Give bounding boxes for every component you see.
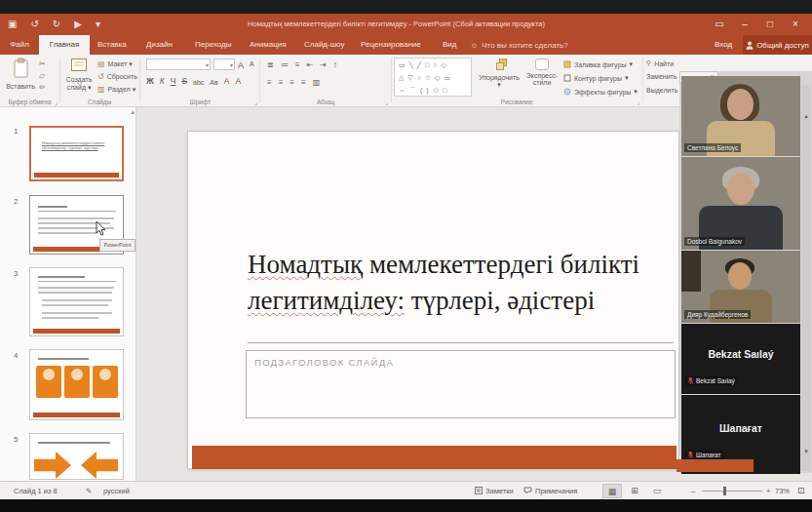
undo-icon[interactable]: ↺ [30, 14, 38, 35]
start-slideshow-icon[interactable]: ▶ [74, 14, 82, 35]
tab-file[interactable]: Файл [0, 35, 39, 55]
window-title: Номадтық мемлекеттердегі билікті легитим… [117, 14, 676, 35]
change-case-button[interactable]: Ав [210, 79, 217, 86]
quick-styles-button[interactable]: Экспресс- стили [524, 59, 560, 86]
cut-icon[interactable]: ✂ [39, 59, 46, 69]
shapes-gallery[interactable]: ▭ ╲ ╱ □ ○ ◇ △ ▽ ○ ☆ ◇ ▭ ～ ⌒ ( ) ☆ □ [394, 58, 472, 97]
slide-canvas[interactable]: Номадтық мемлекеттердегі билікті легитим… [187, 131, 679, 469]
zoom-in-button[interactable]: + [766, 482, 770, 500]
numbering-button[interactable]: ≔ [281, 60, 289, 69]
copy-icon[interactable]: ▱ [39, 71, 45, 81]
tab-design[interactable]: Дизайн [138, 35, 180, 55]
char-spacing-button[interactable]: abc [193, 79, 204, 86]
shape-outline-button[interactable]: Контур фигуры ▾ [563, 74, 628, 82]
reset-button[interactable]: ↺ Сбросить [97, 72, 137, 81]
qat-customize-icon[interactable]: ▾ [96, 14, 100, 35]
participant-video-tile-1[interactable]: Светлана Белоус [681, 76, 800, 156]
new-slide-icon [71, 59, 87, 71]
decrease-indent-button[interactable]: ⇤ [306, 60, 313, 69]
participant-video-tile-3[interactable]: Дияр Кудайбергенов [681, 251, 800, 323]
layout-button[interactable]: ▤ Макет ▾ [97, 59, 133, 68]
font-size-select[interactable]: ▾ [213, 59, 235, 70]
select-button[interactable]: Выделить [646, 87, 677, 94]
tab-animations[interactable]: Анимация [242, 35, 294, 55]
slide-thumbnail-3[interactable] [29, 267, 124, 336]
font-color-button[interactable]: А [224, 76, 230, 86]
zoom-out-button[interactable]: – [691, 482, 695, 500]
slide-thumbnail-4[interactable] [29, 349, 124, 420]
close-button[interactable]: × [783, 14, 808, 35]
fit-to-window-button[interactable]: ⊡ [797, 482, 805, 500]
shrink-font-button[interactable]: А [250, 60, 254, 70]
columns-button[interactable]: ▥ [313, 78, 321, 87]
thumb-scroll-up-icon[interactable]: ▴ [131, 108, 135, 116]
tab-review[interactable]: Рецензирование [353, 35, 429, 55]
justify-button[interactable]: ≡ [301, 78, 306, 87]
save-icon[interactable]: ▣ [8, 14, 17, 35]
slide-sorter-view-button[interactable]: ⊞ [625, 484, 644, 498]
minimize-button[interactable]: – [732, 14, 757, 35]
paste-button[interactable]: Вставить [6, 58, 35, 90]
italic-button[interactable]: К [160, 76, 165, 86]
paste-label: Вставить [6, 83, 35, 90]
subtitle-placeholder[interactable]: ПОДЗАГОЛОВОК СЛАЙДА [246, 350, 676, 418]
section-button[interactable]: ▥ Раздел ▾ [97, 85, 135, 94]
highlight-button[interactable]: А [235, 76, 241, 86]
bold-button[interactable]: Ж [146, 76, 154, 86]
title-word-flagged: Номадтық [248, 250, 363, 279]
shape-fill-button[interactable]: Заливка фигуры ▾ [563, 60, 633, 68]
restore-button[interactable]: □ [757, 14, 783, 35]
zoom-slider[interactable] [702, 491, 762, 492]
dialog-launcher-icon[interactable]: ⌟ [55, 98, 58, 105]
arrange-button[interactable]: Упорядочить ▾ [476, 59, 522, 89]
line-spacing-button[interactable]: ↕ [333, 60, 337, 69]
video-call-panel: ⋯ × Светлана Белоус Dosbol Baigunakov [679, 71, 812, 473]
tab-home[interactable]: Главная [39, 35, 90, 55]
sign-in-button[interactable]: Вход [715, 35, 732, 55]
participant-tile-4[interactable]: Bekzat Saılaý Bekzat Saılaý [681, 324, 800, 394]
shape-effects-button[interactable]: Эффекты фигуры ▾ [563, 88, 638, 96]
scroll-down-icon[interactable]: ▾ [801, 448, 811, 455]
notes-button[interactable]: Заметки [485, 482, 514, 500]
zoom-level[interactable]: 73% [775, 482, 790, 500]
participant-video-tile-2[interactable]: Dosbol Baigunakov [681, 157, 800, 250]
zoom-slider-thumb[interactable] [723, 487, 726, 495]
spellcheck-icon[interactable]: ✎ [86, 482, 92, 500]
ribbon-display-options-icon[interactable]: ▭ [707, 14, 732, 35]
normal-view-button[interactable]: ▦ [602, 484, 622, 498]
find-button[interactable]: ⚲ Найти [646, 59, 674, 67]
dialog-launcher-icon[interactable]: ⌟ [254, 98, 257, 105]
group-drawing: ▭ ╲ ╱ □ ○ ◇ △ ▽ ○ ☆ ◇ ▭ ～ ⌒ ( ) ☆ □ Упор… [392, 55, 641, 107]
align-left-button[interactable]: ≡ [267, 78, 272, 87]
multilevel-list-button[interactable]: ≡ [295, 60, 300, 69]
tab-view[interactable]: Вид [435, 35, 464, 55]
new-slide-button[interactable]: Создать слайд ▾ [64, 58, 94, 92]
tellme-search[interactable]: ☼ Что вы хотите сделать? [470, 35, 568, 55]
group-separator [139, 58, 140, 102]
increase-indent-button[interactable]: ⇥ [320, 60, 327, 69]
scroll-up-icon[interactable]: ▴ [801, 112, 811, 120]
grow-font-button[interactable]: А [238, 60, 244, 70]
format-painter-icon[interactable]: ✏ [39, 83, 46, 93]
redo-icon[interactable]: ↻ [53, 14, 60, 35]
dialog-launcher-icon[interactable]: ⌟ [385, 98, 388, 105]
tab-insert[interactable]: Вставка [90, 35, 135, 55]
dialog-launcher-icon[interactable]: ⌟ [637, 98, 639, 105]
share-button[interactable]: Общий доступ [743, 35, 812, 55]
tab-transitions[interactable]: Переходы [187, 35, 240, 55]
reading-view-button[interactable]: ▭ [647, 484, 667, 498]
replace-button[interactable]: Заменить [646, 73, 677, 80]
bullets-button[interactable]: ≣ [267, 60, 274, 69]
slide-title-placeholder[interactable]: Номадтық мемлекеттердегі билікті легитим… [248, 247, 667, 319]
panel-scrollbar[interactable]: ▴ ▾ [801, 85, 811, 471]
align-right-button[interactable]: ≡ [290, 78, 294, 87]
slide-thumbnail-5[interactable] [29, 433, 124, 480]
underline-button[interactable]: Ч [171, 76, 176, 86]
tab-slideshow[interactable]: Слайд-шоу [296, 35, 352, 55]
slide-thumbnail-1[interactable]: Номадтық мемлекеттердегі билікті легитим… [29, 126, 124, 181]
language-indicator[interactable]: русский [103, 482, 130, 500]
font-name-select[interactable]: ▾ [146, 59, 211, 70]
strikethrough-button[interactable]: S [181, 76, 187, 86]
align-center-button[interactable]: ≡ [279, 78, 284, 87]
comments-button[interactable]: Примечания [535, 482, 577, 500]
